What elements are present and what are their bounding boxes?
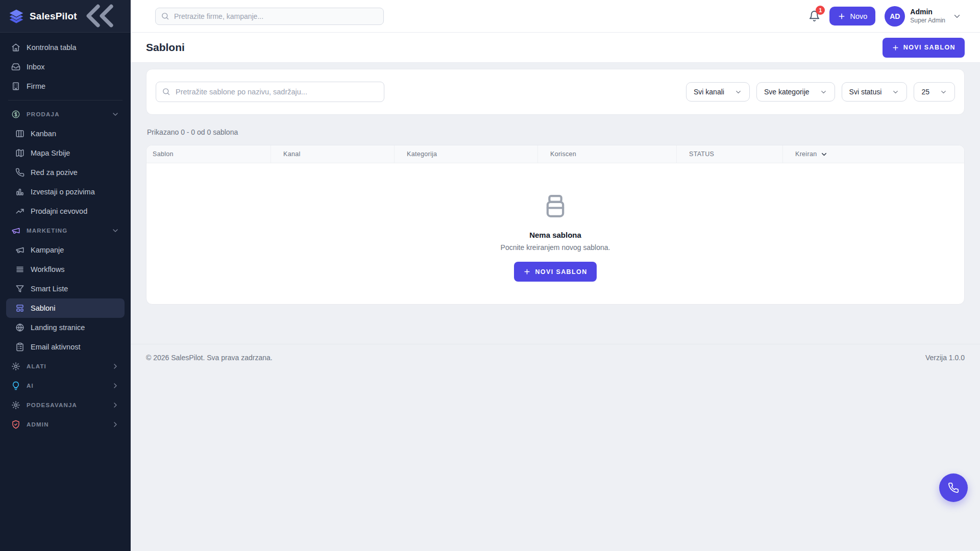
- sidebar-section-alati[interactable]: ALATI: [6, 357, 125, 376]
- sidebar-item-kampanje[interactable]: Kampanje: [6, 240, 125, 260]
- empty-state-subtitle: Pocnite kreiranjem novog sablona.: [501, 243, 610, 252]
- chevron-right-icon: [111, 362, 119, 370]
- channel-filter-dropdown[interactable]: Svi kanali: [686, 82, 750, 102]
- funnel-icon: [15, 284, 24, 293]
- sidebar-section-prodaja[interactable]: PRODAJA: [6, 105, 125, 124]
- sidebar-section-admin[interactable]: ADMIN: [6, 415, 125, 434]
- sidebar: SalesPilot Kontrolna tabla Inbox Firme: [0, 0, 131, 551]
- sidebar-item-email-aktivnost[interactable]: Email aktivnost: [6, 337, 125, 357]
- user-menu[interactable]: AD Admin Super Admin: [885, 6, 962, 27]
- sidebar-header: SalesPilot: [0, 0, 131, 33]
- templates-table: Sablon Kanal Kategorija Koriscen STATUS …: [146, 145, 965, 305]
- sidebar-nav: Kontrolna tabla Inbox Firme PRODAJA Kanb…: [0, 33, 131, 551]
- column-header-koriscen: Koriscen: [537, 145, 676, 163]
- sidebar-item-red-za-pozive[interactable]: Red za pozive: [6, 163, 125, 182]
- layout-template-icon: [15, 304, 24, 313]
- column-header-kategorija: Kategorija: [394, 145, 537, 163]
- footer: © 2026 SalesPilot. Sva prava zadrzana. V…: [131, 344, 980, 371]
- results-summary: Prikazano 0 - 0 od 0 sablona: [147, 128, 964, 136]
- dollar-circle-icon: [11, 110, 20, 119]
- plus-icon: [838, 12, 846, 20]
- sidebar-item-inbox[interactable]: Inbox: [6, 57, 125, 77]
- chevron-down-icon: [892, 88, 899, 96]
- sidebar-item-sabloni[interactable]: Sabloni: [6, 298, 125, 318]
- chevron-down-icon: [734, 88, 742, 96]
- gear-icon: [11, 362, 20, 371]
- empty-state: Nema sablona Pocnite kreiranjem novog sa…: [146, 163, 964, 304]
- table-header-row: Sablon Kanal Kategorija Koriscen STATUS …: [146, 145, 964, 163]
- content: Svi kanali Sve kategorije Svi statusi 25: [131, 63, 980, 305]
- chevron-down-icon: [111, 110, 119, 118]
- shield-check-icon: [11, 420, 20, 429]
- topbar-right: 1 Novo AD Admin Super Admin: [808, 6, 962, 27]
- bar-chart-icon: [15, 187, 24, 196]
- app-logo: SalesPilot: [8, 8, 77, 24]
- chevron-down-icon: [111, 227, 119, 235]
- chevron-right-icon: [111, 401, 119, 409]
- copyright-text: © 2026 SalesPilot. Sva prava zadrzana.: [146, 354, 273, 362]
- notification-badge: 1: [816, 6, 825, 15]
- column-header-kreiran: Kreiran: [782, 145, 964, 163]
- gear-icon: [11, 400, 20, 410]
- sort-chevron-down-icon[interactable]: [820, 151, 828, 158]
- plus-icon: [892, 44, 899, 52]
- archive-box-icon: [541, 192, 570, 220]
- phone-icon: [948, 482, 959, 493]
- plus-icon: [523, 268, 531, 276]
- megaphone-icon: [11, 226, 20, 235]
- chevron-right-icon: [111, 420, 119, 429]
- notifications-button[interactable]: 1: [808, 10, 820, 22]
- template-search-input[interactable]: [156, 82, 384, 102]
- list-lines-icon: [15, 265, 24, 274]
- trending-up-icon: [15, 207, 24, 216]
- map-icon: [15, 148, 24, 158]
- template-search: [156, 82, 384, 102]
- global-search-input[interactable]: [155, 8, 384, 25]
- sidebar-divider: [8, 100, 122, 101]
- filter-card: Svi kanali Sve kategorije Svi statusi 25: [146, 69, 965, 115]
- megaphone-icon: [15, 245, 24, 255]
- building-icon: [11, 82, 20, 91]
- app-name: SalesPilot: [30, 11, 77, 22]
- page-size-dropdown[interactable]: 25: [914, 82, 955, 102]
- sidebar-item-landing-stranice[interactable]: Landing stranice: [6, 318, 125, 337]
- column-header-kanal: Kanal: [271, 145, 394, 163]
- sidebar-item-prodajni-cevovod[interactable]: Prodajni cevovod: [6, 202, 125, 221]
- app-root: SalesPilot Kontrolna tabla Inbox Firme: [0, 0, 980, 551]
- avatar: AD: [885, 6, 905, 27]
- sidebar-section-marketing[interactable]: MARKETING: [6, 221, 125, 240]
- sidebar-item-smart-liste[interactable]: Smart Liste: [6, 279, 125, 298]
- status-filter-dropdown[interactable]: Svi statusi: [842, 82, 908, 102]
- sidebar-item-izvestaji-o-pozivima[interactable]: Izvestaji o pozivima: [6, 182, 125, 202]
- globe-icon: [15, 323, 24, 332]
- sidebar-section-podesavanja[interactable]: PODESAVANJA: [6, 395, 125, 415]
- user-role: Super Admin: [910, 17, 945, 24]
- phone-icon: [15, 168, 24, 177]
- chevron-right-icon: [111, 382, 119, 390]
- home-icon: [11, 43, 20, 52]
- page-title: Sabloni: [146, 41, 185, 54]
- sidebar-item-kanban[interactable]: Kanban: [6, 124, 125, 143]
- search-icon: [161, 12, 169, 20]
- main-area: 1 Novo AD Admin Super Admin Sabloni: [131, 0, 980, 551]
- topbar: 1 Novo AD Admin Super Admin: [131, 0, 980, 33]
- global-search: [155, 8, 384, 25]
- category-filter-dropdown[interactable]: Sve kategorije: [756, 82, 835, 102]
- sidebar-item-kontrolna-tabla[interactable]: Kontrolna tabla: [6, 38, 125, 57]
- chevron-down-icon: [940, 88, 947, 96]
- inbox-icon: [11, 62, 20, 71]
- novi-sablon-empty-button[interactable]: NOVI SABLON: [514, 262, 596, 282]
- search-icon: [162, 87, 170, 96]
- sidebar-item-mapa-srbije[interactable]: Mapa Srbije: [6, 143, 125, 163]
- lightbulb-icon: [11, 381, 20, 390]
- novo-button[interactable]: Novo: [829, 7, 875, 26]
- call-fab-button[interactable]: [939, 473, 968, 502]
- novi-sablon-header-button[interactable]: NOVI SABLON: [883, 38, 965, 58]
- layers-logo-icon: [8, 8, 24, 24]
- chevron-down-icon: [820, 88, 827, 96]
- sidebar-item-workflows[interactable]: Workflows: [6, 260, 125, 279]
- sidebar-item-firme[interactable]: Firme: [6, 77, 125, 96]
- sidebar-section-ai[interactable]: AI: [6, 376, 125, 395]
- column-header-sablon: Sablon: [146, 145, 271, 163]
- clipboard-icon: [15, 342, 24, 352]
